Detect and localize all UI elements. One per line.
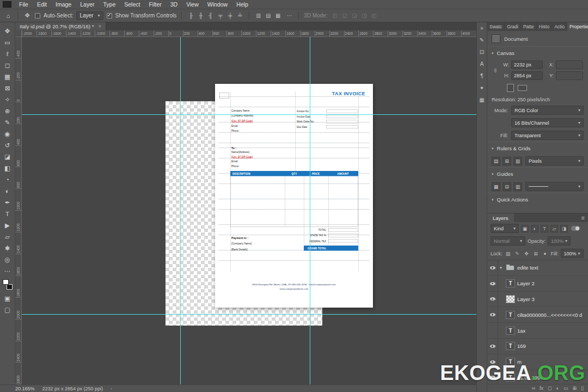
guide-style-select[interactable]: ▾: [525, 182, 584, 191]
layer-row[interactable]: 1ax: [487, 323, 588, 339]
hand-tool[interactable]: ✱: [1, 242, 14, 254]
panel-tab[interactable]: Properties: [567, 22, 588, 31]
toggle-grid-icon[interactable]: ⊞: [503, 157, 511, 166]
menu-item[interactable]: 3D: [166, 0, 182, 9]
rulers-grids-section-header[interactable]: ▾ Rulers & Grids: [487, 142, 588, 155]
filter-smart-objects-icon[interactable]: ◨: [560, 225, 568, 232]
eraser-tool[interactable]: ◪: [1, 151, 14, 162]
layer-fill-select[interactable]: 100%▾: [561, 249, 584, 258]
lasso-tool[interactable]: ℓ: [1, 48, 14, 59]
ruler-corner[interactable]: [15, 30, 22, 37]
align-top-icon[interactable]: ╤: [216, 13, 224, 19]
lock-position-icon[interactable]: ✥: [523, 251, 530, 256]
home-icon[interactable]: ⌂: [4, 13, 13, 19]
toggle-rulers-icon[interactable]: ▤: [492, 157, 500, 166]
background-color[interactable]: [7, 284, 13, 290]
canvas-area[interactable]: TAX INVOICE Company Name :[Company Addre…: [22, 37, 476, 384]
object-selection-tool[interactable]: ◻: [1, 59, 14, 71]
visibility-toggle[interactable]: [487, 292, 498, 307]
glyphs-panel-icon[interactable]: ✦: [480, 85, 484, 91]
vertical-ruler[interactable]: -400-20002004006008001000120014001600180…: [15, 37, 22, 384]
menu-item[interactable]: Filter: [144, 0, 166, 9]
layer-row[interactable]: cilta0000000...<<<<<<<<0 d: [487, 307, 588, 323]
3d-drag-icon[interactable]: ◲: [351, 13, 359, 19]
expand-icon[interactable]: [498, 266, 504, 270]
bit-depth-select[interactable]: 16 Bits/Channel▾: [511, 118, 584, 127]
panel-tab[interactable]: Gradi: [505, 22, 521, 31]
canvas-section-header[interactable]: ▾ Canvas: [487, 46, 588, 59]
filter-pixel-layers-icon[interactable]: ▣: [521, 225, 529, 232]
menu-item[interactable]: File: [15, 0, 33, 9]
toggle-guides-icon[interactable]: ▦: [492, 182, 500, 191]
guides-section-header[interactable]: ▾ Guides: [487, 167, 588, 180]
new-layer-icon[interactable]: ⊞: [573, 385, 577, 391]
crop-tool[interactable]: ▦: [1, 71, 14, 82]
path-selection-tool[interactable]: ▶: [1, 219, 14, 231]
menu-item[interactable]: Image: [51, 0, 76, 9]
move-tool-preset-icon[interactable]: ✥: [23, 12, 32, 19]
status-caret-icon[interactable]: ›: [111, 386, 112, 391]
color-swatches[interactable]: [2, 279, 13, 290]
menu-item[interactable]: Window: [203, 0, 232, 9]
panel-tab[interactable]: Swatc: [487, 22, 505, 31]
menu-item[interactable]: Layer: [76, 0, 99, 9]
align-bottom-icon[interactable]: ╧: [236, 13, 244, 19]
filter-toggle[interactable]: [571, 226, 580, 231]
layer-row[interactable]: edite text: [487, 260, 588, 276]
menu-item[interactable]: Type: [99, 0, 120, 9]
brush-tool[interactable]: ✎: [1, 117, 14, 128]
visibility-toggle[interactable]: [487, 307, 498, 322]
lock-all-icon[interactable]: ●: [542, 251, 549, 256]
brush-settings-icon[interactable]: ✎: [480, 37, 484, 43]
align-right-icon[interactable]: ╢: [206, 13, 215, 19]
distribute-vertical-icon[interactable]: ▤: [264, 13, 272, 19]
filter-shape-layers-icon[interactable]: ▱: [550, 225, 558, 232]
layer-row[interactable]: Layer 2: [487, 276, 588, 292]
visibility-toggle[interactable]: [487, 323, 498, 338]
align-center-horizontal-icon[interactable]: ╫: [197, 13, 205, 19]
panel-tab[interactable]: Patte: [521, 22, 537, 31]
character-panel-icon[interactable]: A: [480, 61, 484, 67]
lock-guides-icon[interactable]: ⊟: [503, 182, 511, 191]
units-select[interactable]: Pixels▾: [525, 156, 584, 166]
tab-layers[interactable]: Layers: [487, 213, 514, 222]
visibility-toggle[interactable]: [487, 260, 498, 275]
add-mask-icon[interactable]: ◻: [548, 385, 552, 391]
layer-style-icon[interactable]: fx: [540, 385, 543, 391]
adjustment-layer-icon[interactable]: ◐: [556, 385, 559, 391]
opacity-select[interactable]: 100%▾: [548, 236, 571, 246]
marquee-tool[interactable]: ▭: [1, 36, 14, 48]
dodge-tool[interactable]: ◐: [1, 185, 14, 197]
align-left-icon[interactable]: ╟: [187, 13, 195, 19]
clear-guides-icon[interactable]: ▥: [513, 182, 522, 191]
history-brush-tool[interactable]: ↺: [1, 139, 14, 151]
filter-adjustment-layers-icon[interactable]: ◐: [531, 225, 538, 232]
clone-source-icon[interactable]: ⊡: [480, 49, 484, 55]
quick-actions-section-header[interactable]: ▾ Quick Actions: [487, 193, 588, 206]
pen-tool[interactable]: ✒: [1, 197, 14, 208]
horizontal-ruler[interactable]: -2000-1800-1600-1400-1200-1000-800-600-4…: [22, 30, 476, 37]
auto-select-checkbox[interactable]: [35, 13, 40, 19]
frame-tool[interactable]: ⊠: [1, 82, 14, 94]
width-field[interactable]: 2232 px: [511, 60, 543, 69]
portrait-orientation-icon[interactable]: [507, 84, 514, 92]
panel-tab[interactable]: Histo: [537, 22, 552, 31]
align-middle-icon[interactable]: ╪: [226, 13, 234, 19]
panel-menu-icon[interactable]: ≡: [581, 215, 588, 221]
gradient-tool[interactable]: ◧: [1, 162, 14, 174]
guide-vertical[interactable]: [310, 37, 310, 384]
foreground-color[interactable]: [3, 279, 9, 285]
kind-filter-select[interactable]: Kind▾: [491, 224, 519, 233]
visibility-toggle[interactable]: [487, 276, 498, 291]
snap-icon[interactable]: ▥: [513, 157, 522, 166]
quick-mask-icon[interactable]: ▣: [1, 292, 14, 304]
guide-vertical[interactable]: [180, 37, 181, 384]
libraries-panel-icon[interactable]: ▦: [479, 97, 484, 103]
zoom-level[interactable]: 20.165%: [15, 386, 35, 391]
eyedropper-tool[interactable]: ✧: [1, 94, 14, 105]
guide-horizontal[interactable]: [22, 314, 476, 315]
filter-type-layers-icon[interactable]: T: [541, 225, 548, 232]
lock-transparency-icon[interactable]: ▨: [505, 251, 512, 256]
menu-item[interactable]: Help: [232, 0, 253, 9]
menu-item[interactable]: Edit: [33, 0, 51, 9]
